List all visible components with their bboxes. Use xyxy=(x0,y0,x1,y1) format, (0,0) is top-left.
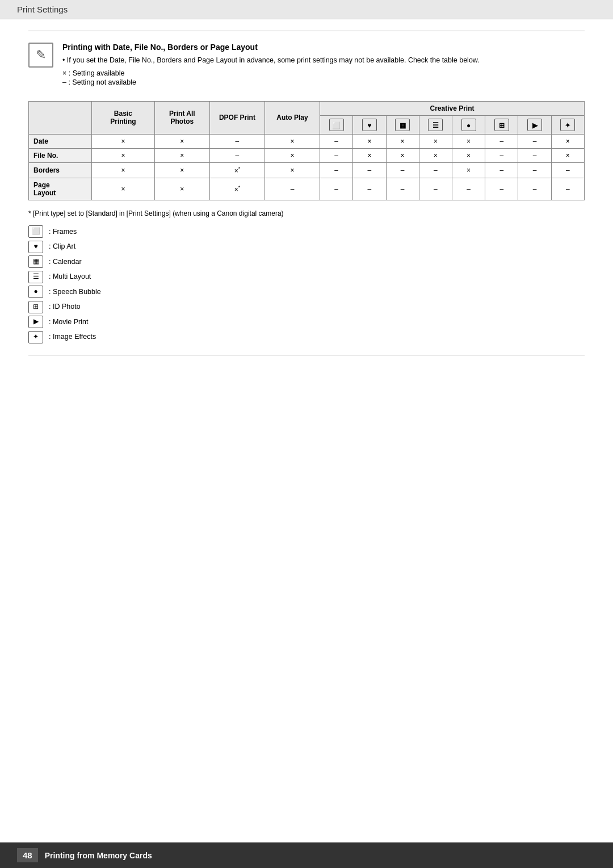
borders-printall: × xyxy=(154,162,209,178)
col-header-clipart: ♥ xyxy=(353,115,386,134)
borders-autoplay: × xyxy=(264,162,320,178)
pagelayout-dpof: ×* xyxy=(209,178,264,200)
speechbubble-legend-icon: ● xyxy=(28,286,43,298)
pagelayout-c2: – xyxy=(353,178,386,200)
footer-title: Printing from Memory Cards xyxy=(45,851,152,860)
borders-c3: – xyxy=(386,162,419,178)
fileno-autoplay: × xyxy=(264,148,320,162)
calendar-legend-icon: ▦ xyxy=(28,255,43,268)
settings-table: BasicPrinting Print AllPhotos DPOF Print… xyxy=(28,101,585,200)
legend-item-frames: ⬜ : Frames xyxy=(28,225,585,238)
col-header-basic: BasicPrinting xyxy=(91,101,154,134)
notice-list-item: × : Setting available xyxy=(62,69,480,77)
borders-dpof: ×* xyxy=(209,162,264,178)
fileno-c8: × xyxy=(551,148,584,162)
pagelayout-c3: – xyxy=(386,178,419,200)
borders-basic: × xyxy=(91,162,154,178)
frames-legend-icon: ⬜ xyxy=(28,225,43,238)
page-number: 48 xyxy=(17,848,38,862)
table-row-pagelayout: PageLayout × × ×* – – – – – – – – – xyxy=(29,178,585,200)
col-header-empty xyxy=(29,101,92,134)
pagelayout-c4: – xyxy=(419,178,452,200)
date-c7: – xyxy=(518,134,551,148)
notice-heading: Printing with Date, File No., Borders or… xyxy=(62,43,480,52)
pagelayout-c8: – xyxy=(551,178,584,200)
col-header-printall: Print AllPhotos xyxy=(154,101,209,134)
table-row-borders: Borders × × ×* × – – – – × – – – xyxy=(29,162,585,178)
table-row-fileno: File No. × × – × – × × × × – – × xyxy=(29,148,585,162)
imageeffects-icon: ✦ xyxy=(560,119,575,131)
fileno-printall: × xyxy=(154,148,209,162)
speechbubble-icon: ● xyxy=(461,119,476,131)
fileno-c5: × xyxy=(452,148,485,162)
calendar-legend-label: : Calendar xyxy=(49,255,82,269)
fileno-c4: × xyxy=(419,148,452,162)
notice-list-item: – : Setting not available xyxy=(62,78,480,86)
col-header-creative: Creative Print xyxy=(320,101,585,115)
frames-icon: ⬜ xyxy=(329,119,344,131)
calendar-icon: ▦ xyxy=(395,119,410,131)
col-header-autoplay: Auto Play xyxy=(264,101,320,134)
date-c8: × xyxy=(551,134,584,148)
fileno-c7: – xyxy=(518,148,551,162)
borders-c2: – xyxy=(353,162,386,178)
col-header-dpof: DPOF Print xyxy=(209,101,264,134)
pagelayout-c5: – xyxy=(452,178,485,200)
date-c5: × xyxy=(452,134,485,148)
fileno-c1: – xyxy=(320,148,353,162)
date-printall: × xyxy=(154,134,209,148)
idphoto-legend-label: : ID Photo xyxy=(49,300,81,313)
fileno-basic: × xyxy=(91,148,154,162)
legend-item-calendar: ▦ : Calendar xyxy=(28,255,585,269)
date-c2: × xyxy=(353,134,386,148)
pagelayout-printall: × xyxy=(154,178,209,200)
borders-c8: – xyxy=(551,162,584,178)
movieprint-icon: ▶ xyxy=(527,119,542,131)
borders-c6: – xyxy=(485,162,518,178)
autoplay-label: Auto Play xyxy=(276,114,308,121)
date-autoplay: × xyxy=(264,134,320,148)
date-c3: × xyxy=(386,134,419,148)
borders-c5: × xyxy=(452,162,485,178)
multilayout-legend-label: : Multi Layout xyxy=(49,270,91,283)
notice-box: ✎ Printing with Date, File No., Borders … xyxy=(28,43,585,87)
clipart-legend-icon: ♥ xyxy=(28,241,43,253)
clipart-legend-label: : Clip Art xyxy=(49,240,75,253)
notice-icon: ✎ xyxy=(28,43,53,68)
legend: ⬜ : Frames ♥ : Clip Art ▦ : Calendar ☰ :… xyxy=(28,225,585,343)
date-c4: × xyxy=(419,134,452,148)
date-c1: – xyxy=(320,134,353,148)
col-header-frames: ⬜ xyxy=(320,115,353,134)
col-header-speechbubble: ● xyxy=(452,115,485,134)
col-header-calendar: ▦ xyxy=(386,115,419,134)
legend-item-speechbubble: ● : Speech Bubble xyxy=(28,286,585,299)
legend-item-imageeffects: ✦ : Image Effects xyxy=(28,330,585,343)
fileno-c6: – xyxy=(485,148,518,162)
legend-item-multilayout: ☰ : Multi Layout xyxy=(28,270,585,283)
row-label-borders: Borders xyxy=(29,162,92,178)
idphoto-legend-icon: ⊞ xyxy=(28,301,43,313)
frames-legend-label: : Frames xyxy=(49,225,77,238)
table-row-date: Date × × – × – × × × × – – × xyxy=(29,134,585,148)
legend-item-idphoto: ⊞ : ID Photo xyxy=(28,300,585,313)
notice-list: × : Setting available – : Setting not av… xyxy=(62,69,480,86)
clipart-icon: ♥ xyxy=(362,119,377,131)
pagelayout-autoplay: – xyxy=(264,178,320,200)
movieprint-legend-label: : Movie Print xyxy=(49,316,88,329)
imageeffects-legend-label: : Image Effects xyxy=(49,330,96,343)
movieprint-legend-icon: ▶ xyxy=(28,316,43,328)
date-dpof: – xyxy=(209,134,264,148)
pagelayout-c1: – xyxy=(320,178,353,200)
col-header-multilayout: ☰ xyxy=(419,115,452,134)
bottom-divider xyxy=(28,355,585,355)
row-label-fileno: File No. xyxy=(29,148,92,162)
speechbubble-legend-label: : Speech Bubble xyxy=(49,286,101,299)
col-header-idphoto: ⊞ xyxy=(485,115,518,134)
dpof-label: DPOF Print xyxy=(219,114,255,121)
legend-item-movieprint: ▶ : Movie Print xyxy=(28,316,585,329)
bottom-bar: 48 Printing from Memory Cards xyxy=(0,842,613,868)
fileno-c2: × xyxy=(353,148,386,162)
date-basic: × xyxy=(91,134,154,148)
fileno-c3: × xyxy=(386,148,419,162)
pagelayout-c7: – xyxy=(518,178,551,200)
